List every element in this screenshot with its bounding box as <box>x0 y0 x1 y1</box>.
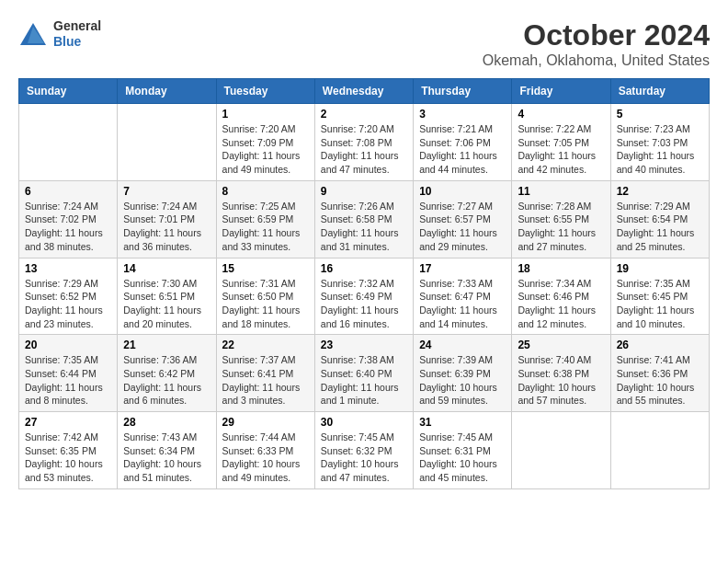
calendar-cell: 5Sunrise: 7:23 AM Sunset: 7:03 PM Daylig… <box>610 104 709 181</box>
day-number: 19 <box>617 262 703 275</box>
day-number: 27 <box>25 416 111 429</box>
calendar-cell: 15Sunrise: 7:31 AM Sunset: 6:50 PM Dayli… <box>216 258 314 335</box>
day-number: 5 <box>617 108 703 121</box>
day-number: 2 <box>321 108 407 121</box>
calendar-cell: 26Sunrise: 7:41 AM Sunset: 6:36 PM Dayli… <box>610 335 709 412</box>
day-info: Sunrise: 7:36 AM Sunset: 6:42 PM Dayligh… <box>123 353 210 408</box>
day-info: Sunrise: 7:28 AM Sunset: 6:55 PM Dayligh… <box>518 200 604 254</box>
calendar-cell: 6Sunrise: 7:24 AM Sunset: 7:02 PM Daylig… <box>19 180 118 258</box>
day-number: 18 <box>518 262 604 275</box>
week-row-4: 20Sunrise: 7:35 AM Sunset: 6:44 PM Dayli… <box>19 335 710 412</box>
day-info: Sunrise: 7:24 AM Sunset: 7:02 PM Dayligh… <box>25 200 111 254</box>
day-info: Sunrise: 7:45 AM Sunset: 6:32 PM Dayligh… <box>321 431 407 485</box>
day-number: 21 <box>123 339 210 351</box>
page-header: General Blue October 2024 Okemah, Oklaho… <box>18 18 710 69</box>
calendar-cell: 23Sunrise: 7:38 AM Sunset: 6:40 PM Dayli… <box>314 335 413 412</box>
day-info: Sunrise: 7:43 AM Sunset: 6:34 PM Dayligh… <box>123 431 210 485</box>
day-info: Sunrise: 7:35 AM Sunset: 6:45 PM Dayligh… <box>617 277 703 331</box>
day-info: Sunrise: 7:35 AM Sunset: 6:44 PM Dayligh… <box>25 353 111 408</box>
day-info: Sunrise: 7:20 AM Sunset: 7:09 PM Dayligh… <box>222 122 309 177</box>
calendar-cell: 21Sunrise: 7:36 AM Sunset: 6:42 PM Dayli… <box>118 335 216 412</box>
day-number: 9 <box>321 185 407 198</box>
calendar-cell: 1Sunrise: 7:20 AM Sunset: 7:09 PM Daylig… <box>216 104 314 181</box>
day-number: 23 <box>321 339 407 351</box>
day-number: 22 <box>222 339 309 351</box>
calendar-cell: 24Sunrise: 7:39 AM Sunset: 6:39 PM Dayli… <box>414 335 512 412</box>
calendar-cell: 11Sunrise: 7:28 AM Sunset: 6:55 PM Dayli… <box>512 180 610 258</box>
calendar-header: SundayMondayTuesdayWednesdayThursdayFrid… <box>19 79 710 104</box>
day-info: Sunrise: 7:30 AM Sunset: 6:51 PM Dayligh… <box>123 277 210 331</box>
calendar-cell: 7Sunrise: 7:24 AM Sunset: 7:01 PM Daylig… <box>118 180 216 258</box>
day-number: 30 <box>321 416 407 429</box>
header-row: SundayMondayTuesdayWednesdayThursdayFrid… <box>19 79 710 104</box>
day-number: 25 <box>518 339 604 351</box>
calendar-cell: 9Sunrise: 7:26 AM Sunset: 6:58 PM Daylig… <box>314 180 413 258</box>
day-number: 4 <box>518 108 604 121</box>
header-friday: Friday <box>512 79 610 104</box>
calendar-cell: 3Sunrise: 7:21 AM Sunset: 7:06 PM Daylig… <box>414 104 512 181</box>
day-number: 12 <box>617 185 703 198</box>
calendar-table: SundayMondayTuesdayWednesdayThursdayFrid… <box>18 78 710 489</box>
calendar-cell: 12Sunrise: 7:29 AM Sunset: 6:54 PM Dayli… <box>610 180 709 258</box>
logo: General Blue <box>18 18 101 50</box>
calendar-cell: 14Sunrise: 7:30 AM Sunset: 6:51 PM Dayli… <box>118 258 216 335</box>
calendar-cell <box>118 104 216 181</box>
calendar-cell: 30Sunrise: 7:45 AM Sunset: 6:32 PM Dayli… <box>314 412 413 489</box>
calendar-cell: 20Sunrise: 7:35 AM Sunset: 6:44 PM Dayli… <box>19 335 118 412</box>
logo-icon <box>18 21 48 47</box>
day-info: Sunrise: 7:29 AM Sunset: 6:52 PM Dayligh… <box>25 277 111 331</box>
header-saturday: Saturday <box>610 79 709 104</box>
day-info: Sunrise: 7:44 AM Sunset: 6:33 PM Dayligh… <box>222 431 309 485</box>
day-info: Sunrise: 7:29 AM Sunset: 6:54 PM Dayligh… <box>617 200 703 254</box>
day-number: 1 <box>222 108 309 121</box>
day-number: 28 <box>123 416 210 429</box>
calendar-cell: 17Sunrise: 7:33 AM Sunset: 6:47 PM Dayli… <box>414 258 512 335</box>
day-info: Sunrise: 7:41 AM Sunset: 6:36 PM Dayligh… <box>617 353 703 408</box>
day-info: Sunrise: 7:37 AM Sunset: 6:41 PM Dayligh… <box>222 353 309 408</box>
day-info: Sunrise: 7:20 AM Sunset: 7:08 PM Dayligh… <box>321 122 407 177</box>
calendar-cell: 13Sunrise: 7:29 AM Sunset: 6:52 PM Dayli… <box>19 258 118 335</box>
day-info: Sunrise: 7:25 AM Sunset: 6:59 PM Dayligh… <box>222 200 309 254</box>
day-number: 3 <box>419 108 506 121</box>
header-monday: Monday <box>118 79 216 104</box>
calendar-cell: 2Sunrise: 7:20 AM Sunset: 7:08 PM Daylig… <box>314 104 413 181</box>
calendar-cell: 29Sunrise: 7:44 AM Sunset: 6:33 PM Dayli… <box>216 412 314 489</box>
calendar-cell: 19Sunrise: 7:35 AM Sunset: 6:45 PM Dayli… <box>610 258 709 335</box>
calendar-cell: 31Sunrise: 7:45 AM Sunset: 6:31 PM Dayli… <box>414 412 512 489</box>
day-number: 17 <box>419 262 506 275</box>
day-number: 31 <box>419 416 506 429</box>
week-row-1: 1Sunrise: 7:20 AM Sunset: 7:09 PM Daylig… <box>19 104 710 181</box>
day-number: 11 <box>518 185 604 198</box>
day-number: 29 <box>222 416 309 429</box>
day-info: Sunrise: 7:34 AM Sunset: 6:46 PM Dayligh… <box>518 277 604 331</box>
header-tuesday: Tuesday <box>216 79 314 104</box>
calendar-cell: 22Sunrise: 7:37 AM Sunset: 6:41 PM Dayli… <box>216 335 314 412</box>
day-number: 26 <box>617 339 703 351</box>
day-info: Sunrise: 7:31 AM Sunset: 6:50 PM Dayligh… <box>222 277 309 331</box>
day-info: Sunrise: 7:33 AM Sunset: 6:47 PM Dayligh… <box>419 277 506 331</box>
day-info: Sunrise: 7:27 AM Sunset: 6:57 PM Dayligh… <box>419 200 506 254</box>
week-row-5: 27Sunrise: 7:42 AM Sunset: 6:35 PM Dayli… <box>19 412 710 489</box>
day-number: 20 <box>25 339 111 351</box>
day-number: 24 <box>419 339 506 351</box>
day-info: Sunrise: 7:32 AM Sunset: 6:49 PM Dayligh… <box>321 277 407 331</box>
day-number: 14 <box>123 262 210 275</box>
logo-text: General Blue <box>53 18 101 50</box>
day-info: Sunrise: 7:45 AM Sunset: 6:31 PM Dayligh… <box>419 431 506 485</box>
calendar-cell <box>19 104 118 181</box>
calendar-body: 1Sunrise: 7:20 AM Sunset: 7:09 PM Daylig… <box>19 104 710 489</box>
day-info: Sunrise: 7:22 AM Sunset: 7:05 PM Dayligh… <box>518 122 604 177</box>
calendar-cell: 10Sunrise: 7:27 AM Sunset: 6:57 PM Dayli… <box>414 180 512 258</box>
title-block: October 2024 Okemah, Oklahoma, United St… <box>483 18 710 69</box>
day-info: Sunrise: 7:26 AM Sunset: 6:58 PM Dayligh… <box>321 200 407 254</box>
header-sunday: Sunday <box>19 79 118 104</box>
day-number: 6 <box>25 185 111 198</box>
page-title: October 2024 <box>483 18 710 52</box>
calendar-cell: 28Sunrise: 7:43 AM Sunset: 6:34 PM Dayli… <box>118 412 216 489</box>
day-number: 8 <box>222 185 309 198</box>
day-number: 15 <box>222 262 309 275</box>
day-info: Sunrise: 7:24 AM Sunset: 7:01 PM Dayligh… <box>123 200 210 254</box>
day-info: Sunrise: 7:21 AM Sunset: 7:06 PM Dayligh… <box>419 122 506 177</box>
calendar-cell <box>610 412 709 489</box>
day-number: 16 <box>321 262 407 275</box>
